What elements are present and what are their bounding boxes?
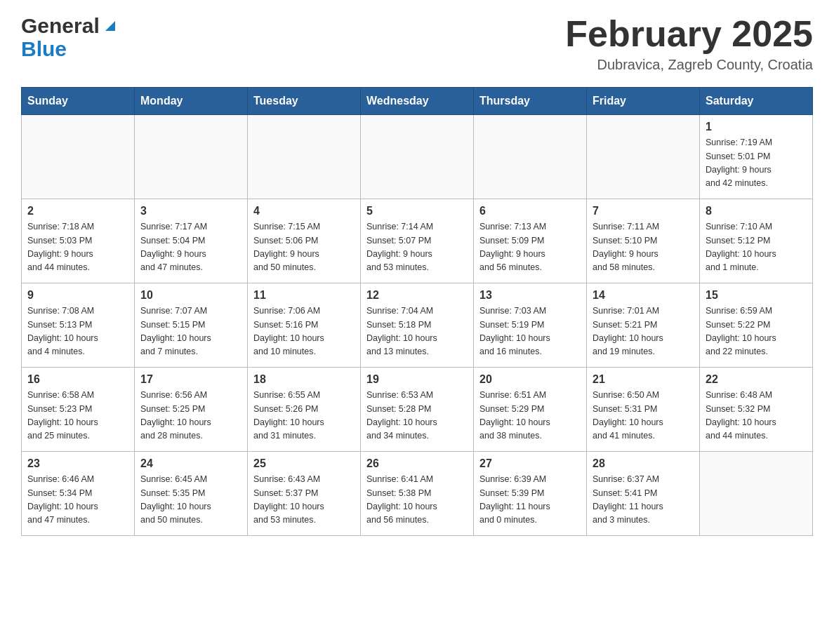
- day-info: Sunrise: 6:37 AMSunset: 5:41 PMDaylight:…: [593, 473, 694, 528]
- table-row: [700, 452, 813, 536]
- table-row: [135, 115, 248, 199]
- table-row: 23Sunrise: 6:46 AMSunset: 5:34 PMDayligh…: [22, 452, 135, 536]
- table-row: 10Sunrise: 7:07 AMSunset: 5:15 PMDayligh…: [135, 283, 248, 368]
- day-info: Sunrise: 7:03 AMSunset: 5:19 PMDaylight:…: [479, 304, 581, 359]
- day-number: 19: [366, 373, 468, 386]
- table-row: 9Sunrise: 7:08 AMSunset: 5:13 PMDaylight…: [22, 283, 135, 368]
- day-number: 7: [593, 205, 694, 217]
- table-row: 15Sunrise: 6:59 AMSunset: 5:22 PMDayligh…: [700, 283, 813, 368]
- day-number: 18: [253, 373, 355, 386]
- day-number: 1: [706, 121, 807, 133]
- logo-blue-text: Blue: [21, 37, 67, 60]
- table-row: 11Sunrise: 7:06 AMSunset: 5:16 PMDayligh…: [248, 283, 361, 368]
- table-row: 24Sunrise: 6:45 AMSunset: 5:35 PMDayligh…: [135, 452, 248, 536]
- day-number: 9: [27, 289, 128, 302]
- table-row: 6Sunrise: 7:13 AMSunset: 5:09 PMDaylight…: [474, 199, 587, 283]
- day-info: Sunrise: 7:10 AMSunset: 5:12 PMDaylight:…: [706, 220, 807, 275]
- header-thursday: Thursday: [474, 88, 587, 115]
- calendar-week-row: 2Sunrise: 7:18 AMSunset: 5:03 PMDaylight…: [22, 199, 813, 283]
- calendar-week-row: 1Sunrise: 7:19 AMSunset: 5:01 PMDaylight…: [22, 115, 813, 199]
- calendar-week-row: 9Sunrise: 7:08 AMSunset: 5:13 PMDaylight…: [22, 283, 813, 368]
- calendar-week-row: 23Sunrise: 6:46 AMSunset: 5:34 PMDayligh…: [22, 452, 813, 536]
- page-header: General Blue February 2025 Dubravica, Za…: [21, 14, 813, 73]
- day-number: 14: [593, 289, 694, 302]
- day-info: Sunrise: 6:43 AMSunset: 5:37 PMDaylight:…: [253, 473, 355, 528]
- table-row: 26Sunrise: 6:41 AMSunset: 5:38 PMDayligh…: [361, 452, 474, 536]
- day-number: 16: [27, 373, 128, 386]
- table-row: 7Sunrise: 7:11 AMSunset: 5:10 PMDaylight…: [587, 199, 700, 283]
- day-number: 3: [140, 205, 241, 217]
- day-info: Sunrise: 7:06 AMSunset: 5:16 PMDaylight:…: [253, 304, 355, 359]
- table-row: 2Sunrise: 7:18 AMSunset: 5:03 PMDaylight…: [22, 199, 135, 283]
- table-row: 1Sunrise: 7:19 AMSunset: 5:01 PMDaylight…: [700, 115, 813, 199]
- table-row: 13Sunrise: 7:03 AMSunset: 5:19 PMDayligh…: [474, 283, 587, 368]
- location-text: Dubravica, Zagreb County, Croatia: [565, 57, 813, 73]
- calendar-table: Sunday Monday Tuesday Wednesday Thursday…: [21, 87, 813, 536]
- svg-marker-0: [105, 21, 115, 31]
- table-row: 16Sunrise: 6:58 AMSunset: 5:23 PMDayligh…: [22, 368, 135, 452]
- day-info: Sunrise: 7:19 AMSunset: 5:01 PMDaylight:…: [706, 136, 807, 191]
- day-number: 27: [479, 457, 581, 470]
- table-row: 18Sunrise: 6:55 AMSunset: 5:26 PMDayligh…: [248, 368, 361, 452]
- title-section: February 2025 Dubravica, Zagreb County, …: [565, 14, 813, 73]
- day-info: Sunrise: 7:15 AMSunset: 5:06 PMDaylight:…: [253, 220, 355, 275]
- table-row: 14Sunrise: 7:01 AMSunset: 5:21 PMDayligh…: [587, 283, 700, 368]
- logo-general-text: General: [21, 14, 100, 37]
- day-info: Sunrise: 7:13 AMSunset: 5:09 PMDaylight:…: [479, 220, 581, 275]
- header-wednesday: Wednesday: [361, 88, 474, 115]
- header-sunday: Sunday: [22, 88, 135, 115]
- day-number: 2: [27, 205, 128, 217]
- day-info: Sunrise: 6:56 AMSunset: 5:25 PMDaylight:…: [140, 389, 241, 443]
- table-row: 12Sunrise: 7:04 AMSunset: 5:18 PMDayligh…: [361, 283, 474, 368]
- header-saturday: Saturday: [700, 88, 813, 115]
- day-number: 28: [593, 457, 694, 470]
- header-tuesday: Tuesday: [248, 88, 361, 115]
- day-number: 4: [253, 205, 355, 217]
- table-row: 19Sunrise: 6:53 AMSunset: 5:28 PMDayligh…: [361, 368, 474, 452]
- table-row: 5Sunrise: 7:14 AMSunset: 5:07 PMDaylight…: [361, 199, 474, 283]
- table-row: 8Sunrise: 7:10 AMSunset: 5:12 PMDaylight…: [700, 199, 813, 283]
- day-number: 23: [27, 457, 128, 470]
- table-row: 4Sunrise: 7:15 AMSunset: 5:06 PMDaylight…: [248, 199, 361, 283]
- day-number: 10: [140, 289, 241, 302]
- logo-triangle-icon: [102, 18, 118, 36]
- day-info: Sunrise: 6:51 AMSunset: 5:29 PMDaylight:…: [479, 389, 581, 443]
- day-info: Sunrise: 6:55 AMSunset: 5:26 PMDaylight:…: [253, 389, 355, 443]
- day-info: Sunrise: 7:04 AMSunset: 5:18 PMDaylight:…: [366, 304, 468, 359]
- table-row: 22Sunrise: 6:48 AMSunset: 5:32 PMDayligh…: [700, 368, 813, 452]
- day-info: Sunrise: 6:59 AMSunset: 5:22 PMDaylight:…: [706, 304, 807, 359]
- day-number: 26: [366, 457, 468, 470]
- day-number: 20: [479, 373, 581, 386]
- table-row: [22, 115, 135, 199]
- month-title: February 2025: [565, 14, 813, 54]
- table-row: 17Sunrise: 6:56 AMSunset: 5:25 PMDayligh…: [135, 368, 248, 452]
- header-friday: Friday: [587, 88, 700, 115]
- table-row: [474, 115, 587, 199]
- day-info: Sunrise: 6:46 AMSunset: 5:34 PMDaylight:…: [27, 473, 128, 528]
- table-row: [361, 115, 474, 199]
- day-number: 22: [706, 373, 807, 386]
- table-row: [248, 115, 361, 199]
- calendar-week-row: 16Sunrise: 6:58 AMSunset: 5:23 PMDayligh…: [22, 368, 813, 452]
- day-number: 5: [366, 205, 468, 217]
- day-number: 25: [253, 457, 355, 470]
- day-info: Sunrise: 7:11 AMSunset: 5:10 PMDaylight:…: [593, 220, 694, 275]
- table-row: 20Sunrise: 6:51 AMSunset: 5:29 PMDayligh…: [474, 368, 587, 452]
- day-info: Sunrise: 7:17 AMSunset: 5:04 PMDaylight:…: [140, 220, 241, 275]
- day-number: 6: [479, 205, 581, 217]
- header-monday: Monday: [135, 88, 248, 115]
- table-row: 28Sunrise: 6:37 AMSunset: 5:41 PMDayligh…: [587, 452, 700, 536]
- day-info: Sunrise: 6:50 AMSunset: 5:31 PMDaylight:…: [593, 389, 694, 443]
- day-number: 21: [593, 373, 694, 386]
- day-number: 11: [253, 289, 355, 302]
- table-row: 21Sunrise: 6:50 AMSunset: 5:31 PMDayligh…: [587, 368, 700, 452]
- table-row: [587, 115, 700, 199]
- day-info: Sunrise: 7:14 AMSunset: 5:07 PMDaylight:…: [366, 220, 468, 275]
- day-number: 17: [140, 373, 241, 386]
- weekday-header-row: Sunday Monday Tuesday Wednesday Thursday…: [22, 88, 813, 115]
- day-info: Sunrise: 6:58 AMSunset: 5:23 PMDaylight:…: [27, 389, 128, 443]
- day-info: Sunrise: 6:45 AMSunset: 5:35 PMDaylight:…: [140, 473, 241, 528]
- table-row: 25Sunrise: 6:43 AMSunset: 5:37 PMDayligh…: [248, 452, 361, 536]
- table-row: 27Sunrise: 6:39 AMSunset: 5:39 PMDayligh…: [474, 452, 587, 536]
- day-info: Sunrise: 7:08 AMSunset: 5:13 PMDaylight:…: [27, 304, 128, 359]
